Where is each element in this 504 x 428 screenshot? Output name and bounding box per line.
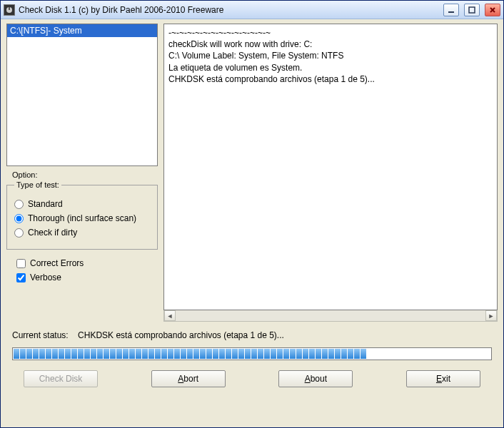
progress-segment — [316, 349, 321, 359]
progress-segment — [84, 349, 90, 359]
check-correct-label: Correct Errors — [30, 258, 84, 268]
progress-segment — [418, 349, 424, 359]
about-button[interactable]: About — [278, 370, 353, 387]
progress-segment — [296, 349, 302, 359]
radio-standard-row[interactable]: Standard — [14, 199, 150, 209]
output-textarea[interactable]: -~-~-~-~-~-~-~-~-~-~-~-~-~ checkDisk wil… — [163, 24, 498, 310]
progress-segment — [251, 349, 257, 359]
type-of-test-group: Type of test: Standard Thorough (incl su… — [6, 180, 158, 250]
left-panel: C:\[NTFS]- System Option: Type of test: … — [6, 24, 158, 322]
radio-thorough-label: Thorough (incl surface scan) — [28, 213, 136, 223]
progress-segment — [444, 349, 450, 359]
main-row: C:\[NTFS]- System Option: Type of test: … — [6, 24, 498, 322]
progress-segment — [155, 349, 161, 359]
progress-segment — [174, 349, 180, 359]
progress-segment — [193, 349, 199, 359]
progress-segment — [399, 349, 405, 359]
radio-standard-label: Standard — [28, 199, 63, 209]
radio-thorough-row[interactable]: Thorough (incl surface scan) — [14, 213, 150, 223]
status-text: CHKDSK está comprobando archivos (etapa … — [78, 330, 284, 340]
progress-segment — [348, 349, 353, 359]
check-correct-errors[interactable] — [16, 259, 26, 268]
progress-segment — [206, 349, 212, 359]
button-row: Check Disk Abort About Exit — [6, 360, 498, 392]
progress-bar — [12, 347, 492, 360]
radio-thorough[interactable] — [14, 214, 24, 223]
progress-segment — [161, 349, 167, 359]
radio-dirty[interactable] — [14, 228, 24, 238]
progress-segment — [219, 349, 225, 359]
progress-segment — [226, 349, 231, 359]
check-verbose-row[interactable]: Verbose — [16, 272, 158, 282]
progress-segment — [431, 349, 437, 359]
abort-button[interactable]: Abort — [151, 370, 226, 387]
scroll-left-icon[interactable]: ◄ — [164, 310, 176, 321]
progress-segment — [425, 349, 430, 359]
progress-segment — [181, 349, 186, 359]
abort-label: Abort — [178, 374, 198, 384]
progress-segment — [264, 349, 270, 359]
progress-segment — [104, 349, 109, 359]
status-row: Current status: CHKDSK está comprobando … — [6, 329, 498, 342]
progress-segment — [386, 349, 392, 359]
type-of-test-legend: Type of test: — [14, 180, 61, 189]
check-verbose-label: Verbose — [30, 272, 61, 282]
progress-segment — [71, 349, 77, 359]
status-label: Current status: — [12, 330, 69, 340]
option-label: Option: — [12, 170, 158, 179]
scroll-right-icon[interactable]: ► — [485, 310, 497, 321]
progress-segment — [290, 349, 296, 359]
progress-segment — [78, 349, 84, 359]
progress-segment — [309, 349, 315, 359]
progress-segment — [26, 349, 32, 359]
progress-segment — [258, 349, 263, 359]
progress-segment — [271, 349, 276, 359]
progress-segment — [457, 349, 463, 359]
progress-segment — [450, 349, 456, 359]
progress-segment — [245, 349, 251, 359]
progress-segment — [187, 349, 193, 359]
exit-button[interactable]: Exit — [406, 370, 480, 387]
output-hscrollbar[interactable]: ◄ ► — [163, 310, 498, 322]
progress-segment — [367, 349, 373, 359]
radio-dirty-label: Check if dirty — [28, 228, 77, 238]
progress-segment — [91, 349, 96, 359]
progress-segment — [354, 349, 360, 359]
progress-segment — [200, 349, 206, 359]
svg-rect-3 — [469, 7, 475, 13]
app-window: Check Disk 1.1 (c) by Dirk Paehl 2006-20… — [0, 0, 504, 428]
close-button[interactable] — [485, 4, 500, 16]
radio-standard[interactable] — [14, 200, 24, 209]
progress-segment — [129, 349, 135, 359]
maximize-button[interactable] — [464, 4, 480, 16]
progress-segment — [65, 349, 71, 359]
progress-segment — [33, 349, 39, 359]
check-correct-row[interactable]: Correct Errors — [16, 258, 158, 268]
progress-segment — [373, 349, 379, 359]
minimize-button[interactable] — [443, 4, 459, 16]
progress-segment — [322, 349, 328, 359]
progress-segment — [110, 349, 116, 359]
progress-segment — [303, 349, 308, 359]
drive-list[interactable]: C:\[NTFS]- System — [6, 24, 158, 166]
progress-segment — [39, 349, 45, 359]
progress-segment — [283, 349, 289, 359]
progress-segment — [438, 349, 443, 359]
progress-segment — [116, 349, 122, 359]
progress-segment — [168, 349, 173, 359]
output-panel: -~-~-~-~-~-~-~-~-~-~-~-~-~ checkDisk wil… — [163, 24, 498, 322]
radio-dirty-row[interactable]: Check if dirty — [14, 228, 150, 238]
client-area: C:\[NTFS]- System Option: Type of test: … — [1, 19, 503, 427]
progress-segment — [341, 349, 347, 359]
progress-segment — [59, 349, 64, 359]
about-label: About — [305, 374, 327, 384]
progress-segment — [46, 349, 51, 359]
titlebar: Check Disk 1.1 (c) by Dirk Paehl 2006-20… — [1, 1, 503, 19]
progress-segment — [213, 349, 218, 359]
progress-segment — [142, 349, 148, 359]
progress-segment — [97, 349, 103, 359]
drive-list-item[interactable]: C:\[NTFS]- System — [7, 24, 157, 37]
exit-label: Exit — [436, 374, 450, 384]
progress-segment — [412, 349, 418, 359]
check-verbose[interactable] — [16, 273, 26, 282]
